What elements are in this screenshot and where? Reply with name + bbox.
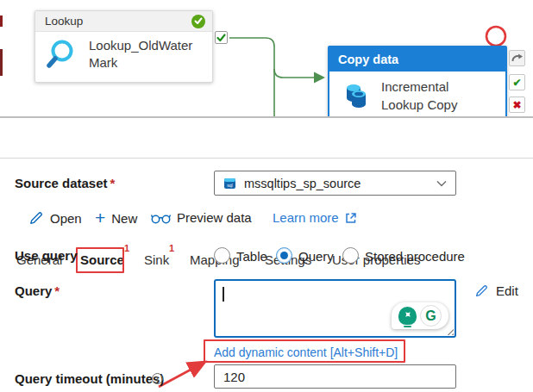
tab-sink[interactable]: Sink [144,252,169,267]
radio-stored-procedure[interactable] [342,247,359,264]
copy-node-header: Copy data [329,47,505,72]
copy-data-activity-node[interactable]: Copy data Incremental Lookup Copy [328,46,507,118]
query-label: Query* [15,283,60,298]
open-dataset-button[interactable]: Open [28,210,82,226]
tab-source[interactable]: Source [80,252,124,267]
source-dataset-value: mssqltips_sp_source [244,177,436,190]
copy-activity-name: Incremental Lookup Copy [381,78,457,114]
pipeline-canvas: Lookup Lookup_OldWater Mark Copy data [0,0,533,118]
radio-table-label[interactable]: Table [236,249,267,264]
preview-glasses-icon [151,212,171,224]
external-link-icon [345,212,357,224]
grammarly-logo-icon: G [420,305,442,327]
pencil-icon [28,210,44,226]
plus-icon: + [95,210,105,226]
info-icon[interactable]: i [152,373,163,384]
dataset-icon: sql [223,177,236,190]
lookup-activity-name: Lookup_OldWater Mark [89,37,192,72]
copy-data-icon [340,80,371,111]
pencil-icon [474,283,489,298]
grammarly-widget[interactable]: G [392,302,448,329]
screen-edge-artifact [0,49,3,76]
radio-query-label[interactable]: Query [298,249,334,264]
lookup-activity-node[interactable]: Lookup Lookup_OldWater Mark [34,10,213,83]
grammarly-suggestion-icon [398,307,417,325]
chevron-down-icon [436,180,447,187]
lookup-node-header: Lookup [35,11,212,32]
tab-sink-badge: 1 [169,243,174,253]
new-dataset-button[interactable]: + New [95,210,137,226]
text-caret [223,287,224,302]
radio-stored-procedure-label[interactable]: Stored procedure [365,249,465,264]
preview-data-button[interactable]: Preview data [151,210,252,225]
screen-edge-artifact [0,16,3,27]
query-timeout-label: Query timeout (minutes) [15,371,164,386]
learn-more-link[interactable]: Learn more [273,210,357,225]
tab-source-badge: 1 [124,243,129,253]
query-textarea[interactable]: G [214,279,456,338]
use-query-label: Use query [15,248,78,263]
edit-query-button[interactable]: Edit [474,283,518,298]
query-timeout-input[interactable] [214,364,456,389]
annotation-circle [486,27,505,46]
failure-path-icon[interactable]: ✖ [509,96,525,113]
source-dataset-label: Source dataset* [15,176,115,190]
source-dataset-select[interactable]: sql mssqltips_sp_source [214,171,456,196]
success-path-icon[interactable]: ✔ [509,74,525,90]
rerun-icon[interactable] [509,50,525,66]
svg-text:sql: sql [227,183,232,188]
radio-table[interactable] [214,247,230,264]
lookup-node-type-label: Lookup [45,15,191,28]
radio-query[interactable] [276,247,292,264]
lookup-success-port[interactable] [215,31,228,44]
add-dynamic-content-link[interactable]: Add dynamic content [Alt+Shift+D] [214,345,398,359]
lookup-magnifier-icon [46,39,77,70]
properties-tab-bar: General Source 1 Sink 1 Mapping Settings… [0,118,533,159]
textarea-resize-handle[interactable] [445,327,454,335]
success-status-icon [191,15,205,28]
